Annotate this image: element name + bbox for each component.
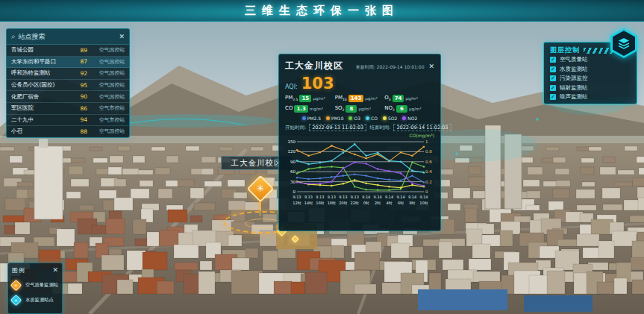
- svg-text:90: 90: [290, 160, 296, 164]
- station-aqi: 89: [72, 47, 87, 54]
- pollutant-cell: CO 1.3 mg/m³: [285, 105, 335, 113]
- svg-text:9.13: 9.13: [316, 195, 324, 199]
- legend-item[interactable]: NO2: [402, 116, 417, 121]
- station-list-panel: ⌕ 站点搜索 ✕ 青城公园 89 空气国控站大学东街和平路口 87 空气国控站呼…: [6, 28, 130, 138]
- pollutant-cell: NO2 6 μg/m³: [384, 105, 434, 113]
- start-time-input[interactable]: 2022-09-13 11:02:03: [309, 124, 366, 131]
- legend-dot: [383, 116, 387, 120]
- pollutant-cell: SO2 8 μg/m³: [335, 105, 385, 113]
- station-name: 大学东街和平路口: [11, 58, 72, 66]
- station-detail-popup: 工大金川校区 更新时间: 2022-09-14 10:01:00 ✕ AQI: …: [278, 54, 441, 231]
- station-row[interactable]: 青城公园 89 空气国控站: [7, 45, 129, 57]
- pollutant-cell: O3 74 μg/m³: [384, 95, 434, 102]
- update-time-label: 更新时间:: [356, 64, 375, 69]
- checkbox-checked-icon[interactable]: ✓: [550, 85, 556, 91]
- close-icon[interactable]: ✕: [119, 34, 125, 40]
- station-type: 空气国控站: [92, 93, 125, 101]
- legend-item[interactable]: PM10: [326, 116, 343, 121]
- legend-panel-title: 图例: [12, 266, 52, 274]
- svg-text:9.14: 9.14: [408, 195, 416, 199]
- svg-text:0时: 0时: [363, 201, 369, 205]
- search-icon[interactable]: ⌕: [11, 32, 16, 41]
- svg-text:16时: 16时: [316, 201, 324, 205]
- layers-icon: [617, 37, 631, 49]
- svg-text:1: 1: [425, 139, 428, 144]
- start-time-label: 开始时间:: [285, 125, 306, 131]
- svg-text:14时: 14时: [304, 201, 313, 205]
- svg-text:0.2: 0.2: [425, 180, 432, 184]
- svg-text:9.13: 9.13: [328, 195, 336, 199]
- legend-item[interactable]: SO2: [383, 116, 397, 121]
- station-aqi: 94: [72, 116, 87, 123]
- pollutant-cell: PM2.5 15 μg/m³: [285, 95, 335, 102]
- layer-toggle[interactable]: ✓ 水质监测站: [550, 65, 631, 75]
- station-row[interactable]: 呼和浩特监测站 92 空气国控站: [7, 68, 129, 80]
- station-aqi: 92: [72, 70, 87, 77]
- svg-text:120: 120: [288, 149, 296, 154]
- svg-text:2时: 2时: [375, 201, 381, 205]
- station-panel-header: ⌕ 站点搜索 ✕: [7, 29, 129, 45]
- chart-svg: 030609012015000.20.40.60.819.1312时9.1314…: [285, 138, 436, 216]
- station-name: 呼和浩特监测站: [11, 69, 72, 77]
- station-name: 公务员小区(国控): [11, 81, 72, 89]
- station-type: 空气市控站: [92, 116, 125, 124]
- station-type: 空气国控站: [92, 69, 125, 77]
- pollutant-value-chip: 74: [393, 95, 404, 102]
- map-legend-item[interactable]: ✦ 水质监测站点: [12, 296, 58, 304]
- svg-text:150: 150: [288, 139, 296, 144]
- station-row[interactable]: 小召 88 空气国控站: [7, 126, 129, 138]
- station-name: 二十九中: [11, 116, 72, 124]
- station-row[interactable]: 大学东街和平路口 87 空气国控站: [7, 57, 129, 69]
- svg-text:22时: 22时: [351, 201, 359, 205]
- svg-text:9.14: 9.14: [362, 195, 370, 199]
- station-rows: 青城公园 89 空气国控站大学东街和平路口 87 空气国控站呼和浩特监测站 92…: [7, 45, 129, 138]
- page-title: 三维生态环保一张图: [245, 0, 399, 22]
- close-icon[interactable]: ✕: [428, 63, 434, 70]
- station-type: 空气国控站: [92, 128, 125, 135]
- pollutant-value-chip: 143: [348, 95, 364, 102]
- layer-toggle[interactable]: ✓ 噪声监测站: [550, 92, 631, 102]
- legend-dot: [348, 116, 352, 120]
- station-name: 化肥厂宿舍: [11, 93, 72, 101]
- end-time-input[interactable]: 2022-09-14 11:02:03: [393, 124, 451, 131]
- svg-text:9.13: 9.13: [351, 195, 359, 199]
- map-legend-item[interactable]: ✳ 空气质量监测站: [12, 281, 58, 289]
- station-row[interactable]: 化肥厂宿舍 90 空气国控站: [7, 91, 129, 103]
- checkbox-checked-icon[interactable]: ✓: [550, 57, 556, 63]
- legend-item[interactable]: CO: [366, 116, 378, 121]
- station-type: 空气市控站: [92, 104, 125, 112]
- pollutant-value-chip: 8: [346, 105, 357, 113]
- legend-item[interactable]: O3: [348, 116, 360, 121]
- station-row[interactable]: 公务员小区(国控) 95 空气国控站: [7, 80, 129, 92]
- close-icon[interactable]: ✕: [52, 267, 58, 274]
- pollutant-cell: PM10 143 μg/m³: [335, 95, 385, 102]
- station-name: 小召: [11, 128, 72, 135]
- legend-dot: [402, 116, 406, 120]
- svg-text:9.13: 9.13: [293, 195, 301, 199]
- svg-text:9.14: 9.14: [374, 195, 382, 199]
- legend-dot: [366, 116, 369, 120]
- station-type: 空气国控站: [92, 46, 125, 54]
- svg-text:0.8: 0.8: [425, 149, 432, 154]
- station-type: 空气国控站: [92, 81, 125, 89]
- station-aqi: 88: [72, 128, 87, 135]
- map-legend-panel: 图例 ✕ ✳ 空气质量监测站✦ 水质监测站点: [7, 263, 63, 314]
- svg-text:9.14: 9.14: [385, 195, 393, 199]
- layer-toggle[interactable]: ✓ 污染源监控: [550, 74, 631, 84]
- legend-item[interactable]: PM2.5: [302, 116, 321, 121]
- layers-hex-icon[interactable]: [610, 28, 637, 58]
- station-aqi: 90: [72, 93, 87, 100]
- station-aqi: 87: [72, 58, 87, 65]
- checkbox-checked-icon[interactable]: ✓: [550, 94, 556, 100]
- station-row[interactable]: 二十九中 94 空气市控站: [7, 115, 129, 127]
- station-row[interactable]: 军区医院 86 空气市控站: [7, 103, 129, 115]
- station-aqi: 86: [72, 105, 87, 112]
- layer-toggle[interactable]: ✓ 辐射监测站: [550, 84, 631, 93]
- checkbox-checked-icon[interactable]: ✓: [550, 66, 556, 72]
- station-panel-title: 站点搜索: [19, 32, 46, 42]
- right-axis-label: CO(mg/m³): [285, 133, 434, 138]
- checkbox-checked-icon[interactable]: ✓: [550, 75, 556, 81]
- station-aqi: 95: [72, 82, 87, 89]
- svg-text:0: 0: [293, 189, 296, 194]
- svg-text:8时: 8时: [409, 201, 415, 205]
